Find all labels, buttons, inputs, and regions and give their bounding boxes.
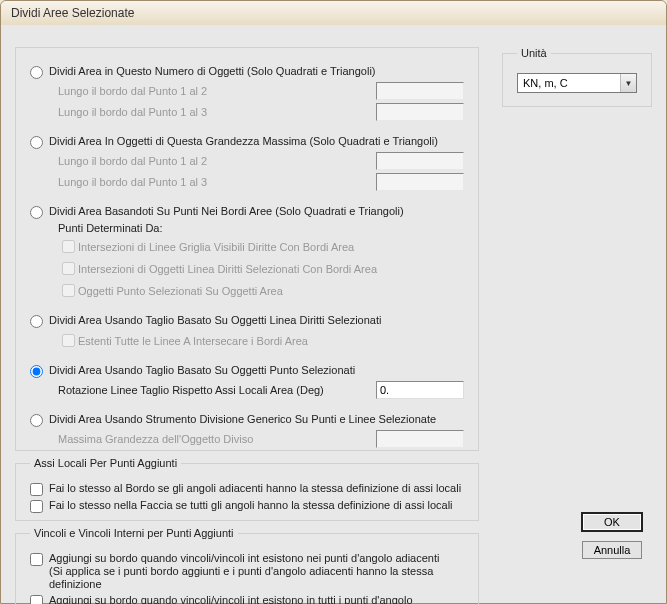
opt4-check-extend-lines-label: Estenti Tutte le Linee A Intersecare i B… (78, 335, 308, 347)
radio-divide-into-number[interactable]: Dividi Area in Questo Numero di Oggetti … (30, 65, 464, 79)
opt3-check-point-objects (62, 284, 75, 297)
units-select[interactable]: KN, m, C ▼ (517, 73, 637, 93)
opt1-field2-label: Lungo il bordo dal Punto 1 al 3 (58, 106, 376, 118)
opt3-check-point-objects-label: Oggetti Punto Selezionati Su Oggetti Are… (78, 285, 283, 297)
constraints-check-edge-label: Aggiungi su bordo quando vincoli/vincoli… (49, 552, 439, 564)
units-select-value: KN, m, C (518, 77, 620, 89)
constraints-check-face[interactable]: Aggiungi su bordo quando vincoli/vincoli… (30, 594, 464, 604)
opt1-field1-label: Lungo il bordo dal Punto 1 al 2 (58, 85, 376, 97)
axes-check-face-label: Fai lo stesso nella Faccia se tutti gli … (49, 499, 453, 511)
local-axes-legend: Assi Locali Per Punti Aggiunti (30, 457, 181, 469)
radio-divide-cut-lines[interactable]: Dividi Area Usando Taglio Basato Su Ogge… (30, 314, 464, 328)
axes-check-face-input[interactable] (30, 500, 43, 513)
opt1-field2-input (376, 103, 464, 121)
opt3-check-line-intersections (62, 262, 75, 275)
radio-divide-into-number-input[interactable] (30, 66, 43, 79)
window-title: Dividi Aree Selezionate (1, 1, 666, 25)
radio-divide-edge-points[interactable]: Dividi Area Basandoti Su Punti Nei Bordi… (30, 205, 464, 219)
radio-divide-cut-points-label: Dividi Area Usando Taglio Basato Su Ogge… (49, 364, 355, 376)
chevron-down-icon: ▼ (620, 74, 636, 92)
radio-divide-general-label: Dividi Area Usando Strumento Divisione G… (49, 413, 436, 425)
opt2-field1-input (376, 152, 464, 170)
radio-divide-cut-lines-input[interactable] (30, 315, 43, 328)
axes-check-edge[interactable]: Fai lo stesso al Bordo se gli angoli adi… (30, 482, 464, 496)
constraints-check-edge-note: (Si applica se i punti bordo aggiunti e … (49, 565, 433, 590)
opt4-check-extend-lines (62, 334, 75, 347)
radio-divide-cut-points[interactable]: Dividi Area Usando Taglio Basato Su Ogge… (30, 364, 464, 378)
local-axes-group: Assi Locali Per Punti Aggiunti Fai lo st… (15, 457, 479, 521)
constraints-group: Vincoli e Vincoli Interni per Punti Aggi… (15, 527, 479, 604)
axes-check-edge-input[interactable] (30, 483, 43, 496)
opt3-check-grid-intersections (62, 240, 75, 253)
ok-button[interactable]: OK (582, 513, 642, 531)
constraints-legend: Vincoli e Vincoli Interni per Punti Aggi… (30, 527, 238, 539)
opt2-field2-label: Lungo il bordo dal Punto 1 al 3 (58, 176, 376, 188)
opt5-rotation-input[interactable] (376, 381, 464, 399)
radio-divide-cut-points-input[interactable] (30, 365, 43, 378)
radio-divide-edge-points-label: Dividi Area Basandoti Su Punti Nei Bordi… (49, 205, 404, 217)
radio-divide-max-size-label: Dividi Area In Oggetti di Questa Grandez… (49, 135, 438, 147)
opt6-maxsize-label: Massima Grandezza dell'Oggetto Diviso (58, 433, 376, 445)
axes-check-edge-label: Fai lo stesso al Bordo se gli angoli adi… (49, 482, 461, 494)
constraints-check-face-input[interactable] (30, 595, 43, 604)
constraints-check-edge-input[interactable] (30, 553, 43, 566)
constraints-check-edge[interactable]: Aggiungi su bordo quando vincoli/vincoli… (30, 552, 464, 591)
axes-check-face[interactable]: Fai lo stesso nella Faccia se tutti gli … (30, 499, 464, 513)
radio-divide-general-input[interactable] (30, 414, 43, 427)
units-legend: Unità (517, 47, 551, 59)
cancel-button[interactable]: Annulla (582, 541, 642, 559)
constraints-check-face-label: Aggiungi su bordo quando vincoli/vincoli… (49, 594, 413, 604)
units-group: Unità KN, m, C ▼ (502, 47, 652, 107)
radio-divide-edge-points-input[interactable] (30, 206, 43, 219)
radio-divide-into-number-label: Dividi Area in Questo Numero di Oggetti … (49, 65, 376, 77)
radio-divide-max-size-input[interactable] (30, 136, 43, 149)
opt3-check-line-intersections-label: Intersezioni di Oggetti Linea Diritti Se… (78, 263, 377, 275)
divide-options-group: Dividi Area in Questo Numero di Oggetti … (15, 47, 479, 451)
opt3-subheading: Punti Determinati Da: (58, 222, 464, 234)
opt6-maxsize-input (376, 430, 464, 448)
opt2-field1-label: Lungo il bordo dal Punto 1 al 2 (58, 155, 376, 167)
radio-divide-cut-lines-label: Dividi Area Usando Taglio Basato Su Ogge… (49, 314, 381, 326)
opt5-rotation-label: Rotazione Linee Taglio Rispetto Assi Loc… (58, 384, 376, 396)
radio-divide-max-size[interactable]: Dividi Area In Oggetti di Questa Grandez… (30, 135, 464, 149)
opt2-field2-input (376, 173, 464, 191)
opt3-check-grid-intersections-label: Intersezioni di Linee Griglia Visibili D… (78, 241, 354, 253)
radio-divide-general[interactable]: Dividi Area Usando Strumento Divisione G… (30, 413, 464, 427)
opt1-field1-input (376, 82, 464, 100)
